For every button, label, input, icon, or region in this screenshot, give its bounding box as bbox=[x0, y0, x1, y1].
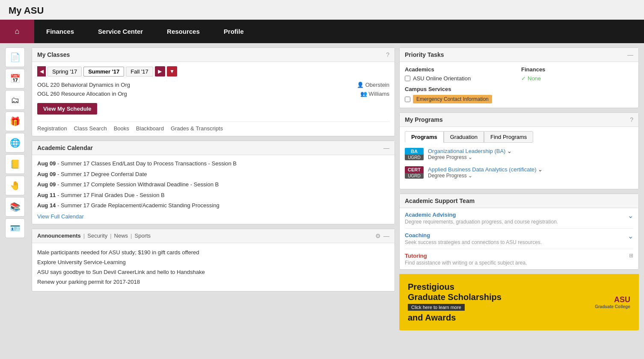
class-name-1: OGL 220 Behavioral Dynamics in Org bbox=[37, 82, 130, 88]
academic-calendar-title: Academic Calendar bbox=[37, 144, 93, 151]
class-links: Registration Class Search Books Blackboa… bbox=[37, 121, 389, 132]
tutoring-title[interactable]: Tutoring bbox=[405, 253, 527, 259]
news-link[interactable]: News bbox=[114, 232, 128, 239]
emergency-contact-checkbox[interactable] bbox=[405, 97, 410, 102]
coaching-title[interactable]: Coaching bbox=[405, 232, 542, 238]
sidebar-icon-gift[interactable]: 🎁 bbox=[5, 112, 25, 131]
instructor-2: 👥 Williams bbox=[360, 91, 389, 97]
sidebar-icon-calendar[interactable]: 📅 bbox=[5, 69, 25, 88]
security-link[interactable]: Security bbox=[87, 232, 107, 239]
my-programs-body: Programs Graduation Find Programs BA UGR… bbox=[400, 127, 638, 189]
registration-link[interactable]: Registration bbox=[37, 125, 67, 132]
sidebar-icon-globe[interactable]: 🌐 bbox=[5, 133, 25, 153]
sports-link[interactable]: Sports bbox=[135, 232, 151, 239]
program-info-1: Organizational Leadership (BA) ⌄ Degree … bbox=[428, 148, 633, 160]
sidebar-icon-books[interactable]: 📚 bbox=[5, 197, 25, 217]
my-programs-title: My Programs bbox=[405, 116, 443, 123]
sidebar-icon-document[interactable]: 📄 bbox=[5, 47, 25, 67]
my-classes-title: My Classes bbox=[37, 51, 70, 58]
advising-title[interactable]: Academic Advising bbox=[405, 212, 558, 218]
view-full-calendar-link[interactable]: View Full Calendar bbox=[37, 213, 84, 220]
cal-date-4: Aug 11 bbox=[37, 192, 56, 198]
tutoring-desc: Find assistance with writing or a specif… bbox=[405, 260, 527, 266]
instructor-name-1: Oberstein bbox=[365, 82, 389, 88]
nav-resources[interactable]: Resources bbox=[155, 20, 212, 43]
sidebar-icon-drive[interactable]: 🗂 bbox=[5, 90, 25, 110]
announcements-collapse-icon[interactable]: — bbox=[383, 232, 389, 239]
list-item: Academic Advising Degree requirements, g… bbox=[405, 208, 633, 229]
announcements-title-row: Announcements | Security | News | Sports bbox=[37, 232, 151, 239]
coaching-expand-icon[interactable]: ⌄ bbox=[628, 232, 633, 240]
tutoring-expand-icon[interactable]: ⊞ bbox=[629, 253, 633, 259]
cal-text-5: Summer 17 Grade Replacement/Academic Sta… bbox=[61, 202, 220, 209]
center-column: My Classes ? ◀ Spring '17 Summer '17 Fal… bbox=[32, 47, 395, 359]
asu-logo: ASU Graduate College bbox=[595, 295, 630, 309]
scholarship-banner[interactable]: Prestigious Graduate Scholarships Click … bbox=[399, 274, 639, 330]
sidebar-icon-id[interactable]: 🪪 bbox=[5, 218, 25, 238]
priority-tasks-collapse-icon[interactable]: — bbox=[627, 51, 633, 58]
class-name-2: OGL 260 Resource Allocation in Org bbox=[37, 91, 127, 97]
top-navbar: ⌂ Finances Service Center Resources Prof… bbox=[0, 20, 644, 43]
main-layout: 📄 📅 🗂 🎁 🌐 📒 🤚 📚 🪪 My Classes ? ◀ Spring … bbox=[0, 43, 644, 359]
my-classes-help-icon[interactable]: ? bbox=[386, 51, 389, 58]
nav-profile[interactable]: Profile bbox=[212, 20, 256, 43]
nav-service-center[interactable]: Service Center bbox=[86, 20, 155, 43]
program-name-1[interactable]: Organizational Leadership (BA) bbox=[428, 148, 505, 154]
announcements-card: Announcements | Security | News | Sports… bbox=[32, 229, 395, 291]
cal-date-3: Aug 09 bbox=[37, 181, 56, 188]
my-classes-body: ◀ Spring '17 Summer '17 Fall '17 ▶ ▼ OGL… bbox=[32, 62, 395, 136]
tab-prev-button[interactable]: ◀ bbox=[37, 66, 46, 77]
class-search-link[interactable]: Class Search bbox=[74, 125, 107, 132]
tab-summer17[interactable]: Summer '17 bbox=[83, 67, 124, 77]
my-programs-help-icon[interactable]: ? bbox=[630, 116, 633, 123]
priority-tasks-card: Priority Tasks — Academics ASU Online Or… bbox=[399, 47, 639, 108]
tab-fall17[interactable]: Fall '17 bbox=[126, 67, 153, 77]
list-item: Renew your parking permit for 2017-2018 bbox=[37, 277, 389, 287]
asu-orientation-label: ASU Online Orientation bbox=[413, 75, 471, 82]
tab-programs[interactable]: Programs bbox=[405, 131, 444, 143]
priority-tasks-header: Priority Tasks — bbox=[400, 48, 638, 62]
right-column: Priority Tasks — Academics ASU Online Or… bbox=[399, 47, 639, 359]
finances-label: Finances bbox=[521, 66, 633, 73]
scholarship-line1: Prestigious bbox=[408, 282, 502, 292]
tab-graduation[interactable]: Graduation bbox=[444, 131, 484, 143]
blackboard-link[interactable]: Blackboard bbox=[136, 125, 164, 132]
tab-nav-forward[interactable]: ▶ bbox=[155, 66, 165, 77]
asu-orientation-checkbox[interactable] bbox=[405, 76, 410, 81]
scholarship-cta[interactable]: Click here to learn more bbox=[408, 304, 465, 311]
home-button[interactable]: ⌂ bbox=[0, 20, 34, 43]
sidebar-icon-ledger[interactable]: 📒 bbox=[5, 154, 25, 174]
nav-finances[interactable]: Finances bbox=[34, 20, 86, 43]
app-title: My ASU bbox=[0, 0, 644, 20]
tab-find-programs[interactable]: Find Programs bbox=[484, 131, 533, 143]
announcements-title: Announcements bbox=[37, 232, 81, 239]
tab-nav-dropdown[interactable]: ▼ bbox=[167, 66, 177, 77]
academic-support-card: Academic Support Team Academic Advising … bbox=[399, 194, 639, 270]
cal-date-5: Aug 14 bbox=[37, 202, 56, 209]
list-item: Coaching Seek success strategies and con… bbox=[405, 229, 633, 249]
list-item: Aug 09 - Summer 17 Complete Session With… bbox=[37, 180, 389, 189]
books-link[interactable]: Books bbox=[114, 125, 129, 132]
semester-tabs: ◀ Spring '17 Summer '17 Fall '17 ▶ ▼ bbox=[37, 66, 389, 77]
badge-bottom-2: UGRD bbox=[405, 173, 424, 179]
program-badge-2: CERT UGRD bbox=[405, 166, 424, 179]
priority-grid: Academics ASU Online Orientation Finance… bbox=[405, 66, 633, 82]
announcements-header: Announcements | Security | News | Sports… bbox=[32, 229, 395, 243]
announcements-header-icons: ⚙ — bbox=[375, 232, 389, 239]
view-schedule-button[interactable]: View My Schedule bbox=[37, 103, 97, 115]
tab-spring17[interactable]: Spring '17 bbox=[47, 67, 82, 77]
list-item: ASU says goodbye to Sun Devil CareerLink… bbox=[37, 267, 389, 277]
emergency-contact-button[interactable]: Emergency Contact Information bbox=[413, 95, 492, 103]
scholarship-line3: and Awards bbox=[408, 312, 502, 323]
advising-expand-icon[interactable]: ⌄ bbox=[628, 212, 633, 220]
academic-support-header: Academic Support Team bbox=[400, 194, 638, 208]
program-name-2[interactable]: Applied Business Data Analytics (certifi… bbox=[428, 166, 537, 173]
list-item: Male participants needed for ASU study; … bbox=[37, 247, 389, 257]
calendar-collapse-icon[interactable]: — bbox=[383, 144, 389, 151]
grades-transcripts-link[interactable]: Grades & Transcripts bbox=[171, 125, 223, 132]
settings-icon[interactable]: ⚙ bbox=[375, 232, 381, 239]
main-nav: Finances Service Center Resources Profil… bbox=[34, 20, 256, 43]
sidebar-icon-hand[interactable]: 🤚 bbox=[5, 176, 25, 195]
cal-date-2: Aug 09 bbox=[37, 171, 56, 177]
instructor-icon-2: 👥 bbox=[360, 91, 367, 97]
